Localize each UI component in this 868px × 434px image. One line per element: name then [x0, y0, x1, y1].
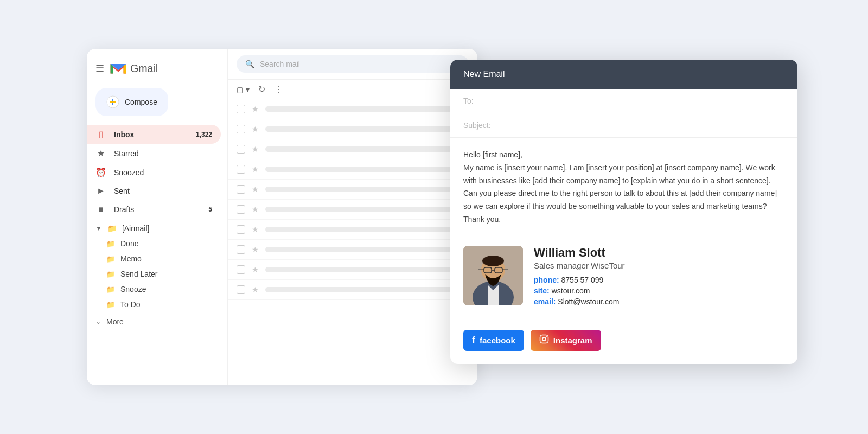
- email-row[interactable]: ★: [228, 99, 477, 119]
- search-bar[interactable]: 🔍 Search mail: [237, 55, 469, 73]
- row-star[interactable]: ★: [252, 225, 259, 234]
- row-star[interactable]: ★: [252, 125, 259, 133]
- gmail-toolbar: 🔍 Search mail: [228, 49, 477, 80]
- compose-window-title: New Email: [463, 69, 505, 79]
- folder-icon: 📁: [107, 224, 117, 233]
- to-field[interactable]: To:: [450, 89, 797, 113]
- subfolder-icon: 📁: [106, 255, 115, 263]
- inbox-label: Inbox: [114, 130, 188, 139]
- folder-snooze[interactable]: 📁 Snooze: [87, 282, 227, 297]
- row-star[interactable]: ★: [252, 105, 259, 113]
- facebook-label: facebook: [480, 336, 515, 345]
- sidebar-item-drafts[interactable]: ■ Drafts 5: [87, 200, 221, 219]
- more-item[interactable]: ⌄ More: [87, 314, 227, 329]
- email-row[interactable]: ★: [228, 139, 477, 159]
- row-star[interactable]: ★: [252, 185, 259, 194]
- memo-label: Memo: [120, 254, 142, 263]
- refresh-icon[interactable]: ↻: [258, 84, 265, 94]
- compose-window-header: New Email: [450, 60, 797, 89]
- email-row[interactable]: ★: [228, 240, 477, 260]
- to-label: To:: [463, 97, 474, 105]
- sent-label: Sent: [114, 187, 212, 195]
- subfolder-icon: 📁: [106, 240, 115, 248]
- signature-photo: [463, 246, 523, 305]
- sidebar-item-starred[interactable]: ★ Starred: [87, 144, 221, 163]
- airmail-folder[interactable]: ▼ 📁 [Airmail]: [87, 221, 227, 236]
- row-checkbox[interactable]: [237, 285, 245, 294]
- row-checkbox[interactable]: [237, 185, 245, 194]
- row-checkbox[interactable]: [237, 265, 245, 274]
- more-label: More: [106, 317, 124, 326]
- subject-label: Subject:: [463, 121, 491, 130]
- email-row[interactable]: ★: [228, 260, 477, 280]
- email-preview-bar: [265, 267, 469, 272]
- snoozed-label: Snoozed: [114, 168, 212, 177]
- email-row[interactable]: ★: [228, 180, 477, 200]
- row-checkbox[interactable]: [237, 145, 245, 154]
- row-star[interactable]: ★: [252, 265, 259, 274]
- email-preview-bar: [265, 126, 469, 132]
- email-body[interactable]: Hello [first name], My name is [insert y…: [450, 138, 797, 237]
- instagram-icon: [539, 334, 549, 347]
- subject-field[interactable]: Subject:: [450, 113, 797, 138]
- folder-done[interactable]: 📁 Done: [87, 236, 227, 251]
- drafts-icon: ■: [95, 205, 106, 214]
- sidebar-item-snoozed[interactable]: ⏰ Snoozed: [87, 163, 221, 182]
- select-all-checkbox[interactable]: ▢ ▾: [237, 85, 250, 94]
- email-label: email:: [534, 297, 556, 306]
- email-list-toolbar: ▢ ▾ ↻ ⋮: [228, 80, 477, 99]
- done-label: Done: [120, 239, 138, 248]
- gmail-header: ☰ Gmail: [87, 60, 227, 88]
- email-row[interactable]: ★: [228, 280, 477, 300]
- folder-memo[interactable]: 📁 Memo: [87, 251, 227, 266]
- more-options-icon[interactable]: ⋮: [274, 84, 283, 94]
- search-placeholder: Search mail: [260, 60, 300, 68]
- row-checkbox[interactable]: [237, 245, 245, 254]
- search-icon: 🔍: [245, 60, 254, 68]
- gmail-logo: Gmail: [110, 60, 157, 77]
- row-star[interactable]: ★: [252, 245, 259, 254]
- folder-todo[interactable]: 📁 To Do: [87, 297, 227, 312]
- send-later-label: Send Later: [120, 270, 158, 278]
- email-row[interactable]: ★: [228, 220, 477, 240]
- folder-send-later[interactable]: 📁 Send Later: [87, 266, 227, 282]
- row-checkbox[interactable]: [237, 205, 245, 214]
- email-value: Slott@wstour.com: [558, 297, 619, 306]
- email-row[interactable]: ★: [228, 119, 477, 139]
- row-star[interactable]: ★: [252, 145, 259, 154]
- more-chevron-icon: ⌄: [95, 318, 101, 326]
- email-row[interactable]: ★: [228, 200, 477, 220]
- row-checkbox[interactable]: [237, 105, 245, 113]
- sig-name: William Slott: [534, 246, 784, 260]
- gmail-window: ☰ Gmail: [87, 49, 477, 385]
- compose-label: Compose: [125, 98, 157, 106]
- sig-phone: phone: 8755 57 099: [534, 276, 784, 284]
- inbox-icon: ▯: [95, 129, 106, 139]
- row-checkbox[interactable]: [237, 225, 245, 234]
- sidebar-item-inbox[interactable]: ▯ Inbox 1,322: [87, 125, 221, 144]
- todo-label: To Do: [120, 300, 141, 309]
- row-star[interactable]: ★: [252, 205, 259, 214]
- subfolder-icon: 📁: [106, 285, 115, 293]
- site-label: site:: [534, 286, 550, 295]
- facebook-icon: f: [472, 335, 475, 346]
- row-checkbox[interactable]: [237, 125, 245, 133]
- sidebar-item-sent[interactable]: ► Sent: [87, 182, 221, 200]
- email-row[interactable]: ★: [228, 159, 477, 180]
- compose-plus-icon: [106, 95, 119, 108]
- hamburger-icon[interactable]: ☰: [95, 62, 104, 74]
- email-body-paragraph: Hello [first name], My name is [insert y…: [463, 149, 784, 226]
- sig-title: Sales manager WiseTour: [534, 261, 784, 270]
- row-checkbox[interactable]: [237, 165, 245, 174]
- instagram-button[interactable]: Instagram: [531, 330, 601, 351]
- row-star[interactable]: ★: [252, 165, 259, 174]
- svg-rect-12: [540, 335, 548, 343]
- gmail-logo-icon: [110, 60, 127, 77]
- instagram-label: Instagram: [553, 336, 592, 345]
- facebook-button[interactable]: f facebook: [463, 330, 524, 351]
- email-preview-bar: [265, 167, 469, 172]
- email-preview-bar: [265, 207, 469, 212]
- compose-button[interactable]: Compose: [95, 88, 168, 116]
- phone-label: phone:: [534, 276, 559, 284]
- row-star[interactable]: ★: [252, 285, 259, 294]
